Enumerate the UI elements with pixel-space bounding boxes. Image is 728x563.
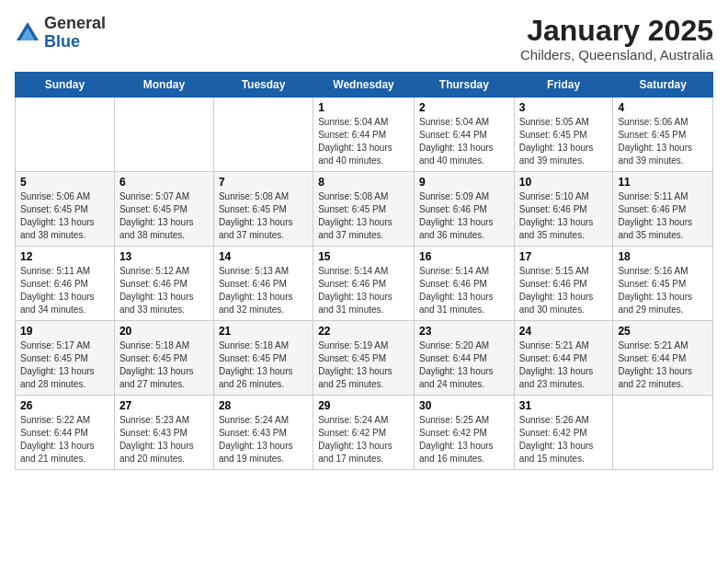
day-detail: Sunrise: 5:24 AM Sunset: 6:42 PM Dayligh…	[318, 414, 409, 465]
day-number: 27	[119, 399, 209, 412]
calendar-cell	[114, 98, 213, 172]
day-detail: Sunrise: 5:06 AM Sunset: 6:45 PM Dayligh…	[618, 116, 708, 167]
day-detail: Sunrise: 5:21 AM Sunset: 6:44 PM Dayligh…	[519, 339, 609, 391]
calendar-cell	[213, 98, 313, 172]
calendar-table: SundayMondayTuesdayWednesdayThursdayFrid…	[15, 72, 713, 470]
day-number: 7	[219, 176, 308, 189]
day-number: 2	[419, 101, 509, 114]
day-number: 31	[519, 399, 609, 412]
calendar-week-row: 26Sunrise: 5:22 AM Sunset: 6:44 PM Dayli…	[16, 396, 713, 470]
day-number: 28	[219, 399, 308, 412]
calendar-cell: 3Sunrise: 5:05 AM Sunset: 6:45 PM Daylig…	[514, 98, 613, 172]
day-number: 9	[419, 176, 509, 189]
day-detail: Sunrise: 5:18 AM Sunset: 6:45 PM Dayligh…	[119, 339, 209, 391]
day-detail: Sunrise: 5:11 AM Sunset: 6:46 PM Dayligh…	[20, 265, 109, 316]
day-detail: Sunrise: 5:22 AM Sunset: 6:44 PM Dayligh…	[20, 414, 109, 465]
day-detail: Sunrise: 5:09 AM Sunset: 6:46 PM Dayligh…	[419, 190, 509, 242]
day-detail: Sunrise: 5:14 AM Sunset: 6:46 PM Dayligh…	[318, 265, 409, 316]
calendar-title: January 2025	[520, 15, 713, 47]
calendar-cell: 8Sunrise: 5:08 AM Sunset: 6:45 PM Daylig…	[313, 172, 415, 247]
day-header-thursday: Thursday	[414, 73, 514, 98]
day-number: 6	[119, 176, 209, 189]
day-number: 15	[318, 250, 409, 263]
day-header-saturday: Saturday	[613, 73, 713, 98]
day-detail: Sunrise: 5:16 AM Sunset: 6:45 PM Dayligh…	[618, 265, 708, 316]
day-number: 29	[318, 399, 409, 412]
calendar-cell: 10Sunrise: 5:10 AM Sunset: 6:46 PM Dayli…	[514, 172, 613, 247]
calendar-cell: 26Sunrise: 5:22 AM Sunset: 6:44 PM Dayli…	[16, 396, 115, 470]
calendar-cell: 27Sunrise: 5:23 AM Sunset: 6:43 PM Dayli…	[114, 396, 213, 470]
day-detail: Sunrise: 5:20 AM Sunset: 6:44 PM Dayligh…	[419, 339, 509, 391]
day-number: 25	[618, 325, 708, 338]
day-number: 22	[318, 325, 409, 338]
calendar-cell: 23Sunrise: 5:20 AM Sunset: 6:44 PM Dayli…	[414, 321, 514, 396]
day-detail: Sunrise: 5:08 AM Sunset: 6:45 PM Dayligh…	[318, 190, 409, 242]
day-detail: Sunrise: 5:19 AM Sunset: 6:45 PM Dayligh…	[318, 339, 409, 391]
calendar-cell: 5Sunrise: 5:06 AM Sunset: 6:45 PM Daylig…	[16, 172, 115, 247]
day-detail: Sunrise: 5:14 AM Sunset: 6:46 PM Dayligh…	[419, 265, 509, 316]
calendar-header-row: SundayMondayTuesdayWednesdayThursdayFrid…	[16, 73, 713, 98]
day-detail: Sunrise: 5:13 AM Sunset: 6:46 PM Dayligh…	[219, 265, 308, 316]
calendar-cell: 11Sunrise: 5:11 AM Sunset: 6:46 PM Dayli…	[613, 172, 713, 247]
calendar-cell: 24Sunrise: 5:21 AM Sunset: 6:44 PM Dayli…	[514, 321, 613, 396]
page-header: General Blue January 2025 Childers, Quee…	[15, 15, 713, 63]
day-number: 14	[219, 250, 308, 263]
calendar-cell: 9Sunrise: 5:09 AM Sunset: 6:46 PM Daylig…	[414, 172, 514, 247]
day-number: 20	[119, 325, 209, 338]
day-detail: Sunrise: 5:04 AM Sunset: 6:44 PM Dayligh…	[419, 116, 509, 167]
day-detail: Sunrise: 5:05 AM Sunset: 6:45 PM Dayligh…	[519, 116, 609, 167]
day-number: 26	[20, 399, 109, 412]
day-number: 13	[119, 250, 209, 263]
calendar-cell: 4Sunrise: 5:06 AM Sunset: 6:45 PM Daylig…	[613, 98, 713, 172]
calendar-cell: 14Sunrise: 5:13 AM Sunset: 6:46 PM Dayli…	[213, 247, 313, 321]
calendar-week-row: 1Sunrise: 5:04 AM Sunset: 6:44 PM Daylig…	[16, 98, 713, 172]
day-number: 24	[519, 325, 609, 338]
day-number: 5	[20, 176, 109, 189]
title-block: January 2025 Childers, Queensland, Austr…	[520, 15, 713, 63]
day-number: 10	[519, 176, 609, 189]
day-number: 8	[318, 176, 409, 189]
day-detail: Sunrise: 5:11 AM Sunset: 6:46 PM Dayligh…	[618, 190, 708, 242]
day-detail: Sunrise: 5:15 AM Sunset: 6:46 PM Dayligh…	[519, 265, 609, 316]
day-detail: Sunrise: 5:23 AM Sunset: 6:43 PM Dayligh…	[119, 414, 209, 465]
day-detail: Sunrise: 5:25 AM Sunset: 6:42 PM Dayligh…	[419, 414, 509, 465]
calendar-cell: 2Sunrise: 5:04 AM Sunset: 6:44 PM Daylig…	[414, 98, 514, 172]
calendar-cell: 12Sunrise: 5:11 AM Sunset: 6:46 PM Dayli…	[16, 247, 115, 321]
day-number: 11	[618, 176, 708, 189]
day-number: 18	[618, 250, 708, 263]
day-number: 3	[519, 101, 609, 114]
day-header-monday: Monday	[114, 73, 213, 98]
calendar-cell: 21Sunrise: 5:18 AM Sunset: 6:45 PM Dayli…	[213, 321, 313, 396]
calendar-cell: 19Sunrise: 5:17 AM Sunset: 6:45 PM Dayli…	[16, 321, 115, 396]
day-number: 4	[618, 101, 708, 114]
day-detail: Sunrise: 5:26 AM Sunset: 6:42 PM Dayligh…	[519, 414, 609, 465]
day-detail: Sunrise: 5:21 AM Sunset: 6:44 PM Dayligh…	[618, 339, 708, 391]
calendar-cell: 25Sunrise: 5:21 AM Sunset: 6:44 PM Dayli…	[613, 321, 713, 396]
day-number: 30	[419, 399, 509, 412]
calendar-cell: 31Sunrise: 5:26 AM Sunset: 6:42 PM Dayli…	[514, 396, 613, 470]
day-detail: Sunrise: 5:24 AM Sunset: 6:43 PM Dayligh…	[219, 414, 308, 465]
day-number: 21	[219, 325, 308, 338]
calendar-cell: 28Sunrise: 5:24 AM Sunset: 6:43 PM Dayli…	[213, 396, 313, 470]
day-detail: Sunrise: 5:12 AM Sunset: 6:46 PM Dayligh…	[119, 265, 209, 316]
calendar-cell: 30Sunrise: 5:25 AM Sunset: 6:42 PM Dayli…	[414, 396, 514, 470]
calendar-cell: 20Sunrise: 5:18 AM Sunset: 6:45 PM Dayli…	[114, 321, 213, 396]
calendar-cell: 18Sunrise: 5:16 AM Sunset: 6:45 PM Dayli…	[613, 247, 713, 321]
day-number: 19	[20, 325, 109, 338]
logo: General Blue	[15, 15, 106, 52]
calendar-subtitle: Childers, Queensland, Australia	[520, 47, 713, 63]
day-detail: Sunrise: 5:06 AM Sunset: 6:45 PM Dayligh…	[20, 190, 109, 242]
calendar-week-row: 5Sunrise: 5:06 AM Sunset: 6:45 PM Daylig…	[16, 172, 713, 247]
day-header-tuesday: Tuesday	[213, 73, 313, 98]
calendar-cell: 6Sunrise: 5:07 AM Sunset: 6:45 PM Daylig…	[114, 172, 213, 247]
day-header-wednesday: Wednesday	[313, 73, 415, 98]
calendar-cell: 22Sunrise: 5:19 AM Sunset: 6:45 PM Dayli…	[313, 321, 415, 396]
day-detail: Sunrise: 5:07 AM Sunset: 6:45 PM Dayligh…	[119, 190, 209, 242]
day-detail: Sunrise: 5:10 AM Sunset: 6:46 PM Dayligh…	[519, 190, 609, 242]
day-number: 23	[419, 325, 509, 338]
day-detail: Sunrise: 5:18 AM Sunset: 6:45 PM Dayligh…	[219, 339, 308, 391]
calendar-cell: 16Sunrise: 5:14 AM Sunset: 6:46 PM Dayli…	[414, 247, 514, 321]
day-header-friday: Friday	[514, 73, 613, 98]
calendar-cell: 15Sunrise: 5:14 AM Sunset: 6:46 PM Dayli…	[313, 247, 415, 321]
day-number: 1	[318, 101, 409, 114]
